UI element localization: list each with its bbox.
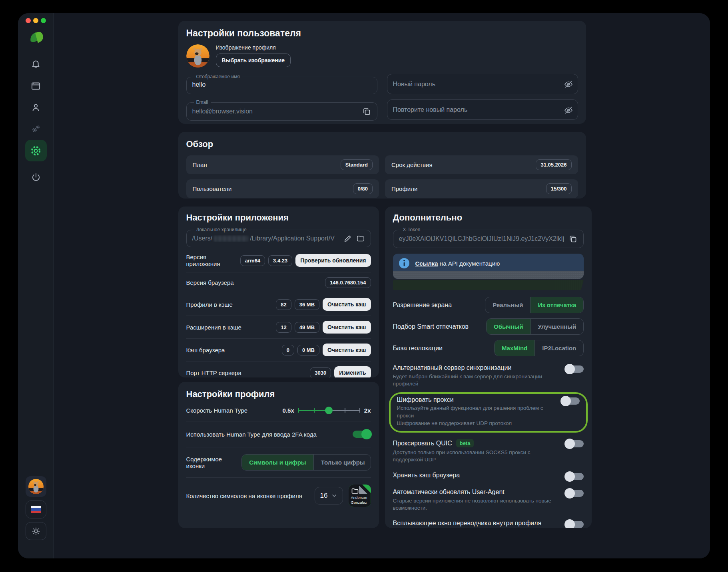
icon-content-row: Содержимое иконки Символы и цифры Только… xyxy=(186,447,371,477)
alt-sync-server-toggle[interactable] xyxy=(565,365,584,373)
email-label: Email xyxy=(194,99,211,105)
info-icon xyxy=(399,258,410,269)
change-port-button[interactable]: Изменить xyxy=(334,366,371,377)
display-name-label: Отображаемое имя xyxy=(194,74,242,79)
open-storage-folder-button[interactable] xyxy=(356,234,365,243)
language-button[interactable] xyxy=(26,500,46,518)
user-settings-card: Настройки пользователя xyxy=(178,21,586,124)
slider-thumb[interactable] xyxy=(325,407,333,414)
main-content: Настройки пользователя xyxy=(54,13,710,558)
check-updates-button[interactable]: Проверить обновления xyxy=(295,254,371,267)
stat-plan: План Standard xyxy=(186,155,379,174)
sidebar-item-browser-profiles[interactable] xyxy=(25,75,47,97)
beta-badge: beta xyxy=(456,439,474,447)
segment-normal[interactable]: Обычный xyxy=(487,319,531,334)
translator-popup-toggle[interactable] xyxy=(565,520,584,528)
expiry-badge: 31.05.2026 xyxy=(536,159,571,170)
segment-real[interactable]: Реальный xyxy=(485,297,530,313)
app-settings-card: Настройки приложения Локальное хранилище… xyxy=(178,207,379,377)
human-type-2fa-toggle[interactable] xyxy=(353,430,371,438)
clear-browser-cache-button[interactable]: Очистить кэш xyxy=(323,344,371,356)
eye-off-icon xyxy=(564,105,573,115)
pencil-icon xyxy=(343,234,352,243)
settings-gear-icon xyxy=(30,145,42,157)
plan-badge: Standard xyxy=(341,159,373,170)
user-avatar-button[interactable] xyxy=(26,476,46,497)
copy-email-button[interactable] xyxy=(362,107,371,116)
copy-icon xyxy=(362,107,371,116)
toggle-password-visibility-button[interactable] xyxy=(564,79,573,89)
window-controls xyxy=(26,18,46,23)
preview-profile-name: Anderson Gonzalez xyxy=(351,495,371,505)
stat-expiry: Срок действия 31.05.2026 xyxy=(385,155,578,174)
automation-gears-icon xyxy=(31,124,41,134)
local-storage-label: Локальное хранилище xyxy=(194,227,249,232)
api-docs-link[interactable]: Ссылка xyxy=(415,260,438,267)
segment-from-fingerprint[interactable]: Из отпечатка xyxy=(530,297,583,313)
app-settings-title: Настройки приложения xyxy=(186,213,371,223)
symbols-count-row: Количество символов на иконке профиля 16 xyxy=(186,478,371,507)
segment-maxmind[interactable]: MaxMind xyxy=(495,340,535,356)
minimize-window-button[interactable] xyxy=(33,18,38,23)
redacted-strip xyxy=(393,271,584,279)
copy-token-button[interactable] xyxy=(568,234,578,244)
symbols-count-select[interactable]: 16 xyxy=(315,487,343,504)
segment-digits-only[interactable]: Только цифры xyxy=(313,455,371,470)
close-window-button[interactable] xyxy=(26,18,31,23)
profile-settings-card: Настройки профиля Скорость Human Type 0.… xyxy=(178,382,379,528)
person-icon xyxy=(30,102,41,113)
zoom-window-button[interactable] xyxy=(41,18,46,23)
sidebar-item-users[interactable] xyxy=(25,97,47,118)
repeat-password-input[interactable] xyxy=(387,99,578,120)
smart-fingerprints-row: Подбор Smart отпечатков Обычный Улучшенн… xyxy=(393,318,584,335)
profile-icon-preview: Anderson Gonzalez xyxy=(349,485,371,507)
display-name-value[interactable]: hello xyxy=(192,81,371,88)
profiles-cache-row: Профили в кэше 82 36 MB Очистить кэш xyxy=(186,293,371,316)
x-token-label: X-Token xyxy=(401,227,423,232)
browser-version-row: Версия браузера 146.0.7680.154 xyxy=(186,272,371,293)
profile-avatar xyxy=(186,44,209,68)
http-port-badge: 3030 xyxy=(310,367,331,378)
clear-extensions-cache-button[interactable]: Очистить кэш xyxy=(323,321,371,334)
theme-toggle-button[interactable] xyxy=(26,522,46,540)
screen-resolution-segmented: Реальный Из отпечатка xyxy=(485,297,584,313)
chevron-down-icon xyxy=(331,493,337,499)
sun-icon xyxy=(32,527,40,536)
overview-card: Обзор План Standard Срок действия 31.05.… xyxy=(178,132,586,199)
edit-storage-path-button[interactable] xyxy=(343,234,352,243)
segment-improved[interactable]: Улучшенный xyxy=(531,319,584,334)
human-type-2fa-row: Использовать Human Type для ввода 2FA ко… xyxy=(186,421,371,447)
proxy-quic-row: Проксировать QUIC beta Доступно только п… xyxy=(393,439,584,463)
proxy-quic-toggle[interactable] xyxy=(565,440,584,448)
additional-card: Дополнительно X-Token eyJ0eXAiOiJKV1QiLC… xyxy=(385,207,592,528)
choose-image-button[interactable]: Выбрать изображение xyxy=(216,54,291,67)
sidebar-item-notifications[interactable] xyxy=(25,54,47,75)
api-docs-text: Ссылка на API документацию xyxy=(415,260,500,267)
arch-badge: arm64 xyxy=(240,255,265,266)
sidebar-item-automation[interactable] xyxy=(25,118,47,140)
sidebar-item-logout[interactable] xyxy=(25,167,47,188)
new-password-input[interactable] xyxy=(387,74,578,94)
keep-browser-cache-toggle[interactable] xyxy=(565,473,584,481)
display-name-field[interactable]: Отображаемое имя hello xyxy=(186,74,377,94)
extensions-cache-row: Расширения в кэше 12 49 MB Очистить кэш xyxy=(186,316,371,338)
browser-cache-row: Кэш браузера 0 0 MB Очистить кэш xyxy=(186,339,371,361)
auto-update-ua-toggle[interactable] xyxy=(565,489,584,497)
slider-track[interactable] xyxy=(298,406,360,414)
auto-update-ua-row: Автоматически обновлять User-Agent Стары… xyxy=(393,489,584,512)
vision-logo-icon xyxy=(28,30,44,46)
local-storage-field[interactable]: Локальное хранилище /Users/ /Library/App… xyxy=(186,227,371,247)
encrypt-proxy-toggle[interactable] xyxy=(561,397,580,405)
x-token-field: X-Token eyJ0eXAiOiJKV1QiLCJhbGciOiJIUzI1… xyxy=(393,227,584,248)
sidebar-item-settings[interactable] xyxy=(25,140,47,161)
clear-profiles-cache-button[interactable]: Очистить кэш xyxy=(323,298,371,311)
browser-version-badge: 146.0.7680.154 xyxy=(325,277,371,288)
screen-resolution-row: Разрешение экрана Реальный Из отпечатка xyxy=(393,297,584,313)
segment-ip2location[interactable]: IP2Location xyxy=(535,340,583,356)
russia-flag-icon xyxy=(31,506,41,513)
segment-symbols-and-digits[interactable]: Символы и цифры xyxy=(242,455,313,470)
keep-browser-cache-row: Хранить кэш браузера xyxy=(393,472,584,481)
toggle-repeat-password-visibility-button[interactable] xyxy=(564,105,573,115)
stat-users: Пользователи 0/80 xyxy=(186,179,379,198)
alt-sync-server-row: Альтернативный сервер синхронизации Буде… xyxy=(393,364,584,387)
